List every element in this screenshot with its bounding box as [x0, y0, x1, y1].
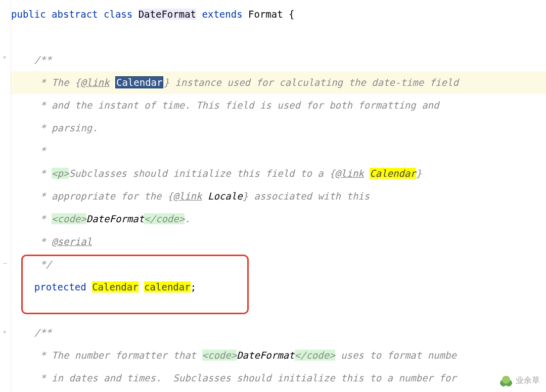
- field-declaration[interactable]: protected Calendar calendar;: [11, 276, 546, 299]
- brace: {: [283, 9, 295, 20]
- wechat-icon: [499, 374, 513, 387]
- editor-gutter: ▸ – ▸: [0, 0, 11, 392]
- code-line[interactable]: public abstract class DateFormat extends…: [11, 3, 546, 26]
- javadoc-line[interactable]: * <p>Subclasses should initialize this f…: [11, 162, 546, 185]
- html-tag: </code>: [144, 213, 185, 224]
- watermark: 业余草: [499, 374, 540, 387]
- type-link: Locale: [208, 190, 243, 202]
- javadoc-line[interactable]: * appropriate for the {@link Locale} ass…: [11, 185, 546, 208]
- javadoc-line[interactable]: * The number formatter that <code>DateFo…: [11, 344, 546, 367]
- class-name: DateFormat: [139, 9, 196, 20]
- html-tag: <p>: [52, 168, 69, 179]
- javadoc-close[interactable]: */: [11, 253, 546, 276]
- keyword: protected: [11, 281, 92, 292]
- javadoc-line[interactable]: * <code>DateFormat</code>.: [11, 208, 546, 230]
- keyword: extends: [196, 9, 248, 20]
- atlink-tag: @link: [335, 168, 364, 179]
- atserial-tag: @serial: [52, 236, 92, 247]
- atlink-tag: @link: [80, 77, 109, 88]
- code-line-blank[interactable]: [11, 299, 546, 321]
- parent-class: Format: [248, 9, 283, 20]
- html-tag: <code>: [202, 350, 237, 361]
- javadoc-line[interactable]: * in dates and times. Subclasses should …: [11, 367, 546, 389]
- keyword: public abstract class: [11, 9, 139, 20]
- selected-text: Calendar: [115, 76, 164, 88]
- javadoc-line[interactable]: * The {@link Calendar} instance used for…: [11, 71, 546, 94]
- html-tag: </code>: [295, 350, 335, 361]
- fold-marker-icon[interactable]: ▸: [1, 53, 9, 61]
- code-editor[interactable]: public abstract class DateFormat extends…: [11, 0, 546, 389]
- javadoc-line[interactable]: *: [11, 139, 546, 162]
- search-match: Calendar: [370, 168, 416, 179]
- fold-marker-icon[interactable]: ▸: [1, 327, 9, 335]
- search-match: calendar: [144, 281, 191, 292]
- watermark-text: 业余草: [516, 375, 540, 386]
- javadoc-line[interactable]: * @serial: [11, 230, 546, 253]
- atlink-tag: @link: [173, 190, 202, 202]
- javadoc-open[interactable]: /**: [11, 48, 546, 71]
- type-name: DateFormat: [237, 350, 294, 361]
- html-tag: <code>: [52, 213, 86, 224]
- javadoc-open[interactable]: /**: [11, 321, 546, 344]
- javadoc-line[interactable]: * parsing.: [11, 117, 546, 139]
- fold-marker-icon[interactable]: –: [1, 259, 9, 267]
- javadoc-line[interactable]: * and the instant of time. This field is…: [11, 94, 546, 117]
- search-match: Calendar: [92, 281, 139, 292]
- type-name: DateFormat: [86, 213, 144, 224]
- code-line-blank[interactable]: [11, 26, 546, 48]
